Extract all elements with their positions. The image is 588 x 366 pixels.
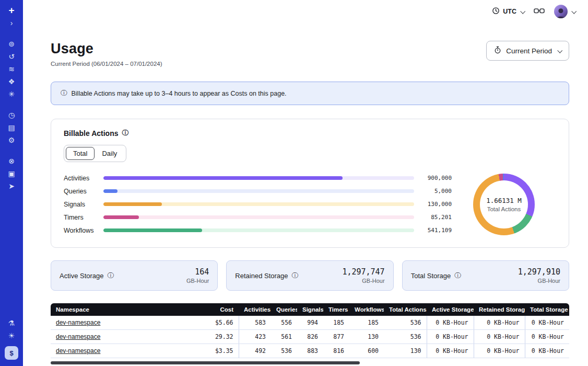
active-storage-cell: 0 KB-Hour [427,330,474,344]
usage-bar-row: Activities 900,000 [64,171,452,185]
bar-track [103,189,414,193]
stopwatch-icon [494,46,501,55]
namespace-link[interactable]: dev-namespace [56,347,100,354]
chevron-right-icon[interactable]: › [4,17,19,29]
info-icon[interactable]: ⓘ [454,271,461,280]
info-icon[interactable]: ⓘ [108,271,114,280]
bar-value: 130,000 [419,201,452,208]
terminal-icon[interactable]: ▣ [4,167,19,180]
flask-icon[interactable]: ⚗ [4,317,19,329]
swirl-icon[interactable]: ⊚ [4,38,19,50]
namespace-link[interactable]: dev-namespace [56,333,100,340]
page-title: Usage [51,41,162,57]
total-actions-cell: 536 [384,330,427,344]
topbar: UTC [23,0,588,23]
namespace-link[interactable]: dev-namespace [56,319,100,326]
period-button-label: Current Period [506,47,552,55]
goggles-icon[interactable] [534,7,545,17]
column-header: Queries [271,303,297,316]
active-storage-cell: 0 KB-Hour [427,344,474,358]
donut-ring: 1.66131 M Total Actions [473,174,535,235]
total-storage-cell: 0 KB-Hour [525,316,569,330]
cost-cell: $5.66 [198,316,239,330]
retained-storage-cell: 0 KB-Hour [474,316,525,330]
column-header: Signals [297,303,323,316]
card-title: Billable Actions [64,129,119,138]
activities-cell: 492 [239,344,271,358]
clock-icon [492,7,500,16]
tab-daily[interactable]: Daily [95,147,124,160]
period-selector-button[interactable]: Current Period [486,41,569,61]
signals-cell: 826 [297,330,323,344]
avatar [554,5,568,18]
column-header: Cost [198,303,239,316]
column-header: Active Storage [427,303,474,316]
bar-track [103,202,414,206]
user-menu[interactable] [554,5,575,18]
bar-label: Timers [64,214,98,221]
timers-cell: 185 [323,316,349,330]
stat-value: 1,297,910 [518,267,560,277]
info-icon: ⓘ [61,89,67,98]
stat-label: Total Storage [411,272,451,280]
chevron-down-icon [557,48,562,53]
page-subtitle: Current Period (06/01/2024 – 07/01/2024) [51,61,162,67]
sun-icon[interactable]: ☀ [4,329,19,342]
stat-label: Active Storage [60,272,104,280]
bar-fill [103,202,162,206]
retained-storage-cell: 0 KB-Hour [474,330,525,344]
workflows-cell: 130 [349,330,384,344]
card-icon[interactable]: ▤ [4,121,19,134]
layers-icon[interactable]: ≋ [4,63,19,75]
bar-track [103,228,414,232]
globe-icon[interactable]: ◷ [4,109,19,121]
total-storage-cell: 0 KB-Hour [525,344,569,358]
table-row: dev-namespace $3.35 492 536 883 816 600 … [51,344,569,358]
bar-track [103,215,414,219]
column-header: Activities [239,303,271,316]
cube-icon[interactable]: ❖ [4,75,19,88]
namespace-cell: dev-namespace [51,344,198,358]
gear-icon[interactable]: ⚙ [4,134,19,146]
donut-center: 1.66131 M Total Actions [480,180,528,228]
workflows-cell: 600 [349,344,384,358]
active-storage-card: Active Storage ⓘ 164 GB-Hour [51,260,218,291]
column-header: Total Storage [525,303,569,316]
bar-value: 85,201 [419,214,452,221]
chevron-down-icon [520,8,525,14]
bar-value: 541,109 [419,227,452,234]
total-storage-card: Total Storage ⓘ 1,297,910 GB-Hour [402,260,569,291]
horizontal-scrollbar[interactable] [51,361,360,364]
bar-fill [103,189,117,193]
timezone-selector[interactable]: UTC [492,7,524,16]
total-storage-cell: 0 KB-Hour [525,330,569,344]
queries-cell: 556 [271,316,297,330]
retained-storage-card: Retained Storage ⓘ 1,297,747 GB-Hour [226,260,393,291]
signals-cell: 994 [297,316,323,330]
billing-dollar-icon[interactable]: $ [5,346,18,360]
temporal-logo-icon[interactable]: + [4,4,19,17]
namespace-cell: dev-namespace [51,316,198,330]
stat-value: 164 [186,267,209,277]
info-banner: ⓘ Billable Actions may take up to 3–4 ho… [51,82,569,105]
usage-bar-row: Signals 130,000 [64,198,452,211]
timezone-label: UTC [503,8,516,15]
history-icon[interactable]: ↺ [4,50,19,63]
tab-total[interactable]: Total [66,147,95,160]
bar-label: Queries [64,188,98,195]
info-icon[interactable]: ⓘ [122,129,129,138]
column-header: Namespace [51,303,198,316]
bar-value: 5,000 [419,188,452,195]
circle-x-icon[interactable]: ⊗ [4,155,19,167]
billable-actions-card: Billable Actions ⓘ Total Daily Activitie… [51,119,569,248]
queries-cell: 561 [271,330,297,344]
asterisk-icon[interactable]: ✳ [4,88,19,100]
total-actions-cell: 536 [384,316,427,330]
column-header: Retained Storage [474,303,525,316]
info-icon[interactable]: ⓘ [292,271,299,280]
stat-unit: GB-Hour [342,278,384,284]
workflows-cell: 185 [349,316,384,330]
bar-track [103,176,414,180]
cost-cell: $3.35 [198,344,239,358]
rocket-icon[interactable]: ➤ [4,180,19,192]
